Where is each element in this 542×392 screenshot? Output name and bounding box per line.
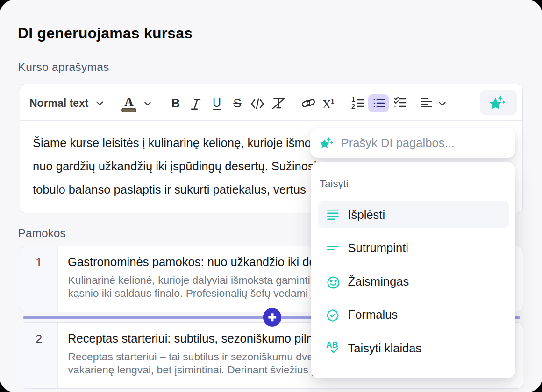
svg-text:2: 2: [351, 102, 355, 110]
